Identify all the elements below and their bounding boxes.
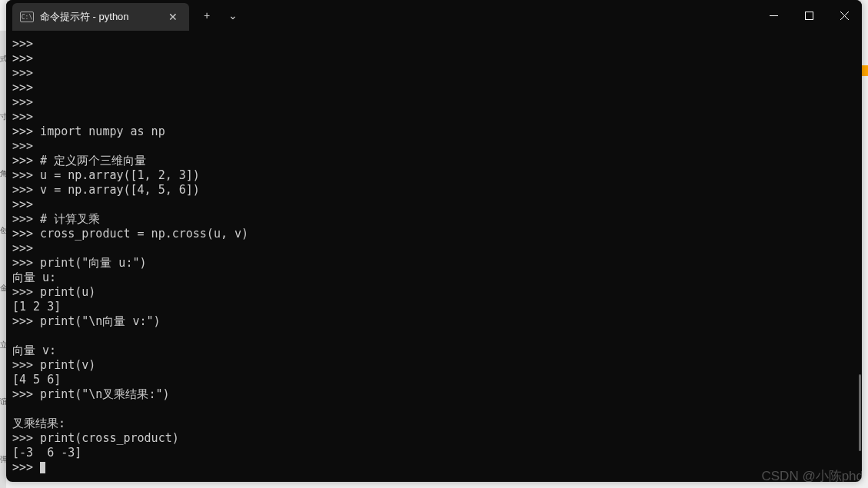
background-char: 弹 — [0, 444, 6, 475]
minimize-button[interactable] — [756, 0, 791, 31]
terminal-line: >>> — [12, 81, 853, 95]
terminal-icon: C:\ — [20, 12, 34, 22]
terminal-line: >>> — [12, 460, 853, 475]
window-controls — [756, 0, 862, 31]
terminal-line — [12, 402, 853, 417]
tab-close-button[interactable]: ✕ — [165, 8, 181, 25]
terminal-line: [-3 6 -3] — [12, 446, 853, 460]
background-char: 式 — [0, 44, 6, 75]
terminal-line: >>> cross_product = np.cross(u, v) — [12, 227, 853, 241]
terminal-line: >>> — [12, 95, 853, 110]
background-char: 立 — [0, 330, 6, 360]
new-tab-button[interactable]: + — [194, 3, 220, 28]
svg-rect-0 — [805, 12, 813, 19]
terminal-line: >>> — [12, 241, 853, 256]
terminal-line: >>> print(cross_product) — [12, 431, 853, 446]
terminal-line: >>> — [12, 198, 853, 212]
tab-dropdown-button[interactable]: ⌄ — [220, 3, 246, 28]
terminal-line: 叉乘结果: — [12, 417, 853, 431]
terminal-line: >>> print(u) — [12, 285, 853, 300]
terminal-line — [12, 329, 853, 344]
terminal-line: >>> print("\n向量 v:") — [12, 314, 853, 329]
tab-active[interactable]: C:\ 命令提示符 - python ✕ — [12, 3, 189, 31]
terminal-line: 向量 v: — [12, 344, 853, 358]
terminal-line: >>> print(v) — [12, 358, 853, 373]
tab-strip-actions: + ⌄ — [194, 0, 246, 31]
terminal-line: 向量 u: — [12, 271, 853, 285]
scrollbar-thumb[interactable] — [859, 374, 861, 451]
background-char: 角 — [0, 158, 6, 189]
background-editor-gutter: 式寸角创金立谊弹 — [0, 31, 6, 488]
background-char: 创 — [0, 215, 6, 246]
terminal-line: >>> # 计算叉乘 — [12, 212, 853, 227]
background-char: 谊 — [0, 387, 6, 417]
terminal-line: >>> v = np.array([4, 5, 6]) — [12, 183, 853, 198]
terminal-line: >>> import numpy as np — [12, 124, 853, 139]
background-char: 寸 — [0, 101, 6, 132]
terminal-line: >>> — [12, 37, 853, 51]
terminal-line: >>> — [12, 139, 853, 154]
cursor — [40, 462, 45, 473]
terminal-line: >>> print("向量 u:") — [12, 256, 853, 271]
maximize-button[interactable] — [791, 0, 826, 31]
titlebar-drag-region[interactable] — [246, 0, 756, 31]
terminal-line: >>> u = np.array([1, 2, 3]) — [12, 168, 853, 183]
background-badge — [862, 65, 868, 76]
background-char: 金 — [0, 273, 6, 304]
close-button[interactable] — [826, 0, 862, 31]
terminal-line: [1 2 3] — [12, 300, 853, 314]
terminal-line: >>> print("\n叉乘结果:") — [12, 387, 853, 402]
tab-title: 命令提示符 - python — [40, 10, 165, 24]
terminal-line: >>> — [12, 66, 853, 81]
terminal-line: >>> — [12, 51, 853, 66]
terminal-line: >>> — [12, 110, 853, 124]
titlebar[interactable]: C:\ 命令提示符 - python ✕ + ⌄ — [6, 0, 862, 31]
terminal-line: [4 5 6] — [12, 373, 853, 387]
terminal-line: >>> # 定义两个三维向量 — [12, 154, 853, 168]
terminal-body[interactable]: >>>>>>>>>>>>>>>>>>>>> import numpy as np… — [6, 31, 862, 482]
terminal-window: C:\ 命令提示符 - python ✕ + ⌄ >>>>>>>>>>>>>>>… — [6, 0, 862, 482]
